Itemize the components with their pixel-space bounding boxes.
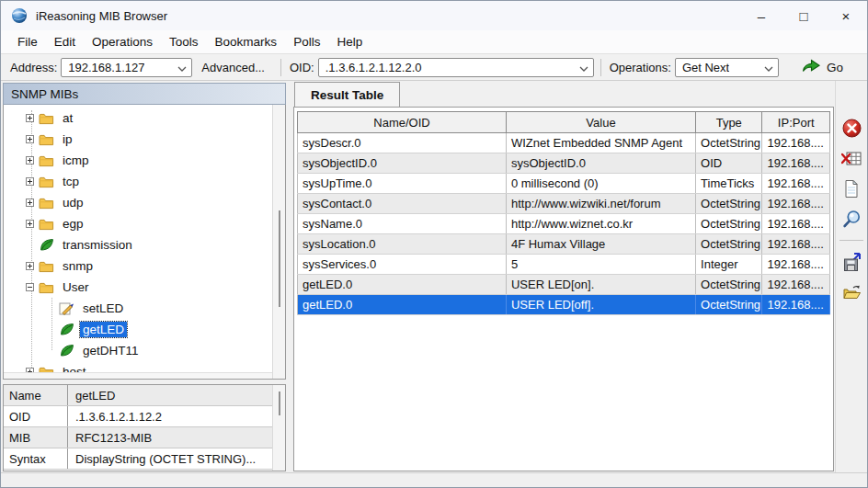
result-row-getLED.0[interactable]: getLED.0USER LED[on].OctetString192.168.… <box>298 275 830 295</box>
result-row-sysDescr.0[interactable]: sysDescr.0WIZnet Embedded SNMP AgentOcte… <box>298 133 830 153</box>
expand-plus-icon[interactable] <box>26 114 34 122</box>
tree-item-udp[interactable]: udp <box>4 192 272 213</box>
tab-result-table[interactable]: Result Table <box>294 82 400 107</box>
chevron-down-icon[interactable] <box>764 61 773 74</box>
menu-bar: FileEditOperationsToolsBookmarksPollsHel… <box>1 30 867 53</box>
minimize-button[interactable]: – <box>740 1 782 30</box>
open-folder-icon[interactable] <box>841 282 862 302</box>
expand-plus-icon[interactable] <box>26 199 34 207</box>
column-header-type[interactable]: Type <box>696 112 762 133</box>
menu-item-help[interactable]: Help <box>328 32 371 51</box>
result-row-sysName.0[interactable]: sysName.0http://www.wiznet.co.krOctetStr… <box>298 214 830 234</box>
tree-item-label: at <box>60 110 75 126</box>
close-button[interactable]: × <box>825 1 867 30</box>
tree-item-label: getLED <box>80 322 127 337</box>
property-row-mib[interactable]: MIBRFC1213-MIB <box>4 427 272 448</box>
cell-name-oid: sysUpTime.0 <box>298 174 507 194</box>
tree-item-snmp[interactable]: snmp <box>4 255 272 277</box>
document-icon[interactable] <box>841 178 862 199</box>
collapse-minus-icon[interactable] <box>26 283 34 291</box>
chevron-down-icon[interactable] <box>579 61 588 74</box>
cell-ip-port: 192.168.... <box>762 194 830 214</box>
cell-value: sysObjectID.0 <box>506 153 695 174</box>
tree-item-getLED[interactable]: getLED <box>4 319 272 340</box>
result-panel: Result Table Name/OIDValueTypeIP:Portsys… <box>293 81 834 471</box>
tree-item-setLED[interactable]: setLED <box>4 298 272 319</box>
result-row-sysServices.0[interactable]: sysServices.05Integer192.168.... <box>298 255 830 275</box>
expand-plus-icon[interactable] <box>26 220 34 228</box>
tree-rows: atipicmptcpudpegptransmissionsnmpUserset… <box>4 105 272 379</box>
expand-plus-icon[interactable] <box>26 177 34 186</box>
folder-icon <box>39 175 55 189</box>
expand-plus-icon[interactable] <box>26 262 34 270</box>
cell-type: OctetString <box>696 295 762 315</box>
menu-item-tools[interactable]: Tools <box>161 32 207 51</box>
result-row-sysObjectID.0[interactable]: sysObjectID.0sysObjectID.0OID192.168.... <box>298 153 830 174</box>
tree-item-tcp[interactable]: tcp <box>4 171 272 192</box>
tree-item-label: snmp <box>60 258 96 274</box>
result-row-sysContact.0[interactable]: sysContact.0http://www.wizwiki.net/forum… <box>298 194 830 214</box>
go-button[interactable]: Go <box>795 57 849 78</box>
address-combobox[interactable]: 192.168.1.127 <box>61 58 192 77</box>
mib-tree-panel: SNMP MIBs atipicmptcpudpegptransmissions… <box>3 83 286 471</box>
expand-plus-icon[interactable] <box>26 156 34 165</box>
stop-icon[interactable] <box>841 118 862 138</box>
main-area: SNMP MIBs atipicmptcpudpegptransmissions… <box>1 81 867 472</box>
property-row-oid[interactable]: OID.1.3.6.1.2.1.12.2 <box>4 406 272 427</box>
cell-value: USER LED[on]. <box>506 275 695 295</box>
operations-combobox[interactable]: Get Next <box>675 58 779 77</box>
column-header-value[interactable]: Value <box>506 112 695 133</box>
chevron-down-icon[interactable] <box>177 61 187 74</box>
menu-item-edit[interactable]: Edit <box>46 32 84 51</box>
cell-value: http://www.wiznet.co.kr <box>506 214 695 234</box>
column-header-ip-port[interactable]: IP:Port <box>762 112 830 133</box>
result-row-sysLocation.0[interactable]: sysLocation.04F Humax VillageOctetString… <box>298 234 830 255</box>
result-row-sysUpTime.0[interactable]: sysUpTime.00 millisecond (0)TimeTicks192… <box>298 174 830 194</box>
cell-type: OctetString <box>696 214 762 234</box>
menu-item-operations[interactable]: Operations <box>84 32 161 51</box>
tree-item-ip[interactable]: ip <box>4 129 272 150</box>
leaf-icon <box>39 238 55 253</box>
cell-ip-port: 192.168.... <box>762 174 830 194</box>
cell-ip-port: 192.168.... <box>762 234 830 255</box>
tree-item-label: transmission <box>60 237 135 253</box>
property-row-syntax[interactable]: SyntaxDisplayString (OCTET STRING)... <box>4 448 272 470</box>
cell-type: OctetString <box>696 133 762 153</box>
maximize-button[interactable]: □ <box>782 1 825 30</box>
properties-vertical-scrollbar[interactable] <box>272 385 285 471</box>
menu-item-bookmarks[interactable]: Bookmarks <box>207 32 286 51</box>
column-header-name-oid[interactable]: Name/OID <box>298 112 507 133</box>
cell-name-oid: sysObjectID.0 <box>298 153 507 174</box>
menu-item-polls[interactable]: Polls <box>285 32 328 51</box>
tree-item-label: udp <box>60 195 86 210</box>
magnifier-icon[interactable] <box>841 209 862 229</box>
tree-horizontal-scrollbar[interactable] <box>4 372 272 379</box>
app-window: iReasoning MIB Browser – □ × FileEditOpe… <box>0 0 868 488</box>
tree-item-egp[interactable]: egp <box>4 213 272 234</box>
oid-combobox[interactable]: .1.3.6.1.2.1.12.2.0 <box>318 58 594 77</box>
tree-item-label: getDHT11 <box>80 343 142 358</box>
edit-icon <box>59 301 75 316</box>
result-row-getLED.0[interactable]: getLED.0USER LED[off].OctetString192.168… <box>298 295 830 315</box>
scrollbar-thumb[interactable] <box>279 210 280 307</box>
clear-table-icon[interactable] <box>841 148 862 168</box>
tree-item-label: egp <box>60 216 86 232</box>
property-row-name[interactable]: NamegetLED <box>4 385 272 406</box>
cell-type: OID <box>696 153 762 174</box>
window-title: iReasoning MIB Browser <box>36 9 167 23</box>
leaf-icon <box>59 344 75 358</box>
export-icon[interactable] <box>841 252 862 272</box>
cell-type: OctetString <box>696 275 762 295</box>
tree-item-icmp[interactable]: icmp <box>4 150 272 171</box>
advanced-button[interactable]: Advanced... <box>192 59 274 76</box>
tree-item-label: ip <box>60 131 75 147</box>
scrollbar-thumb[interactable] <box>279 392 280 415</box>
properties-rows: NamegetLEDOID.1.3.6.1.2.1.12.2MIBRFC1213… <box>4 385 272 471</box>
tree-item-at[interactable]: at <box>4 108 272 129</box>
tree-item-getDHT11[interactable]: getDHT11 <box>4 340 272 361</box>
tree-item-User[interactable]: User <box>4 277 272 298</box>
tree-vertical-scrollbar[interactable] <box>272 105 285 379</box>
expand-plus-icon[interactable] <box>26 135 34 143</box>
menu-item-file[interactable]: File <box>9 32 46 51</box>
tree-item-transmission[interactable]: transmission <box>4 234 272 255</box>
